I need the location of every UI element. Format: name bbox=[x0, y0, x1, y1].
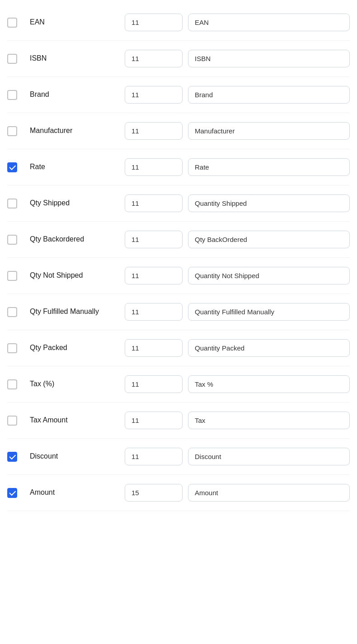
checkbox-isbn[interactable] bbox=[7, 54, 17, 64]
checkbox-cell bbox=[7, 235, 30, 245]
checkbox-discount[interactable] bbox=[7, 452, 17, 462]
text-cell-discount bbox=[188, 448, 350, 465]
text-cell-qty-shipped bbox=[188, 194, 350, 212]
text-input-discount[interactable] bbox=[188, 448, 350, 465]
text-cell-qty-not-shipped bbox=[188, 267, 350, 284]
checkbox-cell bbox=[7, 126, 30, 136]
checkbox-qty-shipped[interactable] bbox=[7, 199, 17, 208]
text-cell-qty-fulfilled-manually bbox=[188, 303, 350, 321]
checkbox-cell bbox=[7, 54, 30, 64]
text-input-isbn[interactable] bbox=[188, 50, 350, 67]
table-row: Tax Amount bbox=[7, 402, 350, 439]
text-input-ean[interactable] bbox=[188, 14, 350, 31]
table-row: Amount bbox=[7, 475, 350, 511]
label-amount: Amount bbox=[30, 488, 125, 497]
checkbox-rate[interactable] bbox=[7, 162, 17, 172]
text-input-brand[interactable] bbox=[188, 86, 350, 104]
number-input-isbn[interactable] bbox=[125, 50, 183, 67]
number-input-amount[interactable] bbox=[125, 484, 183, 502]
text-input-rate[interactable] bbox=[188, 158, 350, 176]
number-input-qty-not-shipped[interactable] bbox=[125, 267, 183, 284]
text-input-manufacturer[interactable] bbox=[188, 122, 350, 140]
text-cell-isbn bbox=[188, 50, 350, 67]
number-input-brand[interactable] bbox=[125, 86, 183, 104]
label-manufacturer: Manufacturer bbox=[30, 126, 125, 136]
table-row: Tax (%) bbox=[7, 366, 350, 402]
checkbox-brand[interactable] bbox=[7, 90, 17, 100]
table-row: Manufacturer bbox=[7, 113, 350, 149]
text-cell-rate bbox=[188, 158, 350, 176]
number-cell-amount bbox=[125, 484, 188, 502]
number-input-rate[interactable] bbox=[125, 158, 183, 176]
text-cell-qty-backordered bbox=[188, 231, 350, 248]
number-input-qty-backordered[interactable] bbox=[125, 231, 183, 248]
label-qty-shipped: Qty Shipped bbox=[30, 199, 125, 208]
table-row: Qty Backordered bbox=[7, 222, 350, 258]
label-qty-fulfilled-manually: Qty Fulfilled Manually bbox=[30, 307, 125, 317]
text-input-qty-packed[interactable] bbox=[188, 339, 350, 357]
text-input-tax-percent[interactable] bbox=[188, 375, 350, 393]
checkbox-cell bbox=[7, 199, 30, 208]
text-input-qty-shipped[interactable] bbox=[188, 194, 350, 212]
number-input-qty-fulfilled-manually[interactable] bbox=[125, 303, 183, 321]
table-row: ISBN bbox=[7, 41, 350, 77]
table-row: Qty Packed bbox=[7, 330, 350, 366]
number-cell-brand bbox=[125, 86, 188, 104]
number-cell-discount bbox=[125, 448, 188, 465]
checkbox-manufacturer[interactable] bbox=[7, 126, 17, 136]
text-input-qty-not-shipped[interactable] bbox=[188, 267, 350, 284]
text-input-qty-backordered[interactable] bbox=[188, 231, 350, 248]
checkbox-qty-not-shipped[interactable] bbox=[7, 271, 17, 281]
checkbox-amount[interactable] bbox=[7, 488, 17, 498]
table-row: Brand bbox=[7, 77, 350, 113]
number-input-tax-amount[interactable] bbox=[125, 412, 183, 429]
text-cell-qty-packed bbox=[188, 339, 350, 357]
checkbox-qty-backordered[interactable] bbox=[7, 235, 17, 245]
label-tax-amount: Tax Amount bbox=[30, 416, 125, 425]
checkbox-cell bbox=[7, 90, 30, 100]
label-qty-backordered: Qty Backordered bbox=[30, 235, 125, 244]
number-cell-manufacturer bbox=[125, 122, 188, 140]
number-input-qty-shipped[interactable] bbox=[125, 194, 183, 212]
number-cell-tax-percent bbox=[125, 375, 188, 393]
checkbox-cell bbox=[7, 18, 30, 28]
text-cell-manufacturer bbox=[188, 122, 350, 140]
number-input-manufacturer[interactable] bbox=[125, 122, 183, 140]
number-input-tax-percent[interactable] bbox=[125, 375, 183, 393]
text-cell-ean bbox=[188, 14, 350, 31]
text-input-amount[interactable] bbox=[188, 484, 350, 502]
label-isbn: ISBN bbox=[30, 54, 125, 63]
text-cell-tax-amount bbox=[188, 412, 350, 429]
label-qty-not-shipped: Qty Not Shipped bbox=[30, 271, 125, 280]
text-input-qty-fulfilled-manually[interactable] bbox=[188, 303, 350, 321]
label-tax-percent: Tax (%) bbox=[30, 379, 125, 389]
label-discount: Discount bbox=[30, 452, 125, 461]
checkbox-ean[interactable] bbox=[7, 18, 17, 28]
checkbox-cell bbox=[7, 343, 30, 353]
number-cell-rate bbox=[125, 158, 188, 176]
checkbox-tax-percent[interactable] bbox=[7, 379, 17, 389]
text-input-tax-amount[interactable] bbox=[188, 412, 350, 429]
number-cell-tax-amount bbox=[125, 412, 188, 429]
checkbox-cell bbox=[7, 379, 30, 389]
checkbox-tax-amount[interactable] bbox=[7, 416, 17, 426]
label-qty-packed: Qty Packed bbox=[30, 343, 125, 353]
checkbox-qty-packed[interactable] bbox=[7, 343, 17, 353]
table-row: EAN bbox=[7, 5, 350, 41]
label-brand: Brand bbox=[30, 90, 125, 99]
number-input-ean[interactable] bbox=[125, 14, 183, 31]
checkbox-cell bbox=[7, 416, 30, 426]
checkbox-cell bbox=[7, 452, 30, 462]
number-cell-ean bbox=[125, 14, 188, 31]
number-input-discount[interactable] bbox=[125, 448, 183, 465]
number-cell-qty-shipped bbox=[125, 194, 188, 212]
number-input-qty-packed[interactable] bbox=[125, 339, 183, 357]
table-row: Qty Fulfilled Manually bbox=[7, 294, 350, 330]
number-cell-qty-backordered bbox=[125, 231, 188, 248]
checkbox-cell bbox=[7, 162, 30, 172]
rows-container: EANISBNBrandManufacturerRateQty ShippedQ… bbox=[7, 5, 350, 511]
text-cell-brand bbox=[188, 86, 350, 104]
checkbox-cell bbox=[7, 488, 30, 498]
label-rate: Rate bbox=[30, 162, 125, 172]
checkbox-qty-fulfilled-manually[interactable] bbox=[7, 307, 17, 317]
